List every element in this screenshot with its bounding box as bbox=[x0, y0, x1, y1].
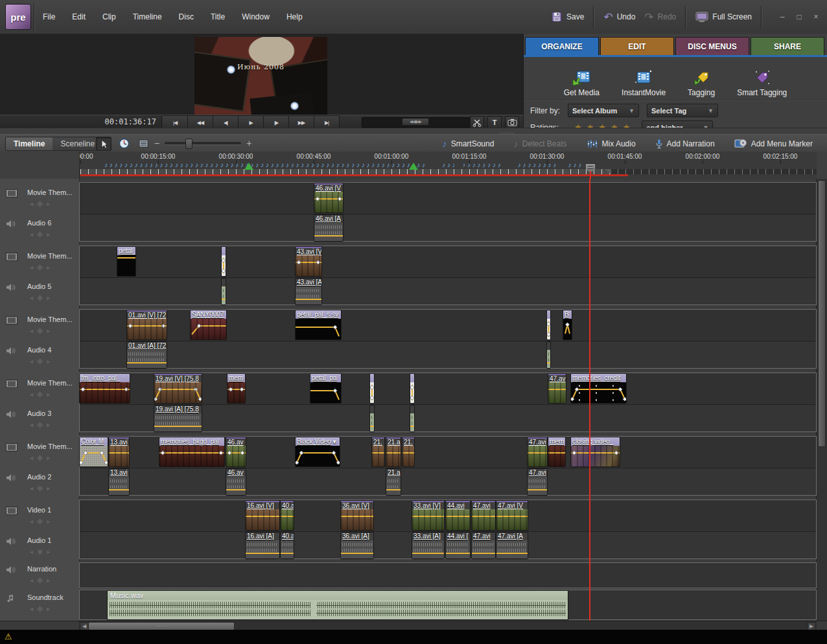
film-track-icon[interactable] bbox=[6, 189, 17, 198]
audio-clip-16-avi-A-[interactable]: 16.avi [A] bbox=[246, 533, 279, 558]
zoom-slider-thumb[interactable] bbox=[185, 139, 192, 149]
audio-clip-36-avi-A-[interactable]: 36.avi [A] bbox=[341, 533, 373, 558]
video-track-lane[interactable]: 16.avi [V]40.a36.avi [V]33.avi [V]44.avi… bbox=[80, 500, 816, 531]
zoom-out-button[interactable]: − bbox=[154, 138, 159, 148]
tab-organize[interactable]: ORGANIZE bbox=[525, 37, 599, 55]
smart-tagging-button[interactable]: Smart Tagging bbox=[737, 69, 787, 97]
clip-40-a[interactable]: 40.a bbox=[281, 501, 294, 530]
soundtrack-lane[interactable]: Music.wav bbox=[79, 590, 817, 620]
film-track-icon[interactable] bbox=[6, 507, 17, 516]
track-header-movie-them-[interactable]: Movie Them...◂◆▸ bbox=[0, 378, 79, 404]
clip-33-avi-V-[interactable]: 33.avi [V] bbox=[412, 501, 444, 530]
clip-petal-pa[interactable]: petal_pa bbox=[310, 374, 341, 403]
instant-movie-button[interactable]: InstantMovie bbox=[622, 69, 666, 97]
clip-47-avi-V[interactable]: 47.avi [V bbox=[496, 501, 528, 530]
speaker-icon[interactable] bbox=[6, 537, 17, 546]
view-tab-timeline[interactable]: Timeline bbox=[6, 137, 52, 150]
track-header-movie-them-[interactable]: Movie Them...◂◆▸ bbox=[0, 314, 79, 340]
keyframe-navigator[interactable]: ◂◆▸ bbox=[30, 293, 54, 302]
vertical-scrollbar[interactable] bbox=[816, 179, 827, 621]
audio-track-lane[interactable]: 43.avi [A bbox=[80, 277, 816, 305]
audio-clip-small[interactable] bbox=[222, 279, 226, 305]
track-header-movie-them-[interactable]: Movie Them...◂◆▸ bbox=[0, 441, 79, 467]
tab-share[interactable]: SHARE bbox=[751, 37, 824, 55]
keyframe-navigator[interactable]: ◂◆▸ bbox=[30, 483, 54, 492]
redo-button[interactable]: ↷ Redo bbox=[644, 12, 676, 23]
speaker-icon[interactable] bbox=[6, 347, 17, 356]
clip-21-[interactable]: 21. bbox=[402, 437, 414, 466]
track-header-audio-6[interactable]: Audio 6◂◆▸ bbox=[0, 218, 79, 241]
clip-44-avi[interactable]: 44.avi bbox=[446, 501, 470, 530]
chevron-down-icon[interactable]: ▾ bbox=[331, 438, 336, 445]
clip-fm-intro-pal-[interactable]: fm_intro_pal_ bbox=[80, 374, 130, 403]
clip-SANY0007[interactable]: SANY0007 bbox=[191, 310, 226, 339]
clip-47-av[interactable]: 47.av bbox=[548, 374, 566, 403]
audio-clip-13-avi[interactable]: 13.avi bbox=[109, 469, 129, 495]
properties-button[interactable] bbox=[136, 137, 150, 150]
tab-disc-menus[interactable]: DISC MENUS bbox=[675, 37, 749, 55]
audio-track-lane[interactable]: 13.avi46.av21.a47.avi bbox=[80, 468, 816, 495]
speaker-icon[interactable] bbox=[6, 220, 17, 229]
audio-track-lane[interactable]: 16.avi [A]40.a36.avi [A]33.avi [A]44.avi… bbox=[80, 531, 816, 558]
audio-clip-46-av[interactable]: 46.av bbox=[226, 469, 246, 495]
work-area-bar[interactable] bbox=[80, 169, 610, 174]
clip-memories-credit[interactable]: memories_credit bbox=[571, 374, 626, 403]
get-media-button[interactable]: Get Media bbox=[564, 69, 600, 97]
save-button[interactable]: Save bbox=[551, 11, 584, 23]
select-tag-dropdown[interactable]: Select Tag ▼ bbox=[647, 104, 718, 117]
audio-clip-40-a[interactable]: 40.a bbox=[281, 533, 294, 558]
film-track-icon[interactable] bbox=[6, 316, 17, 325]
clip-36-avi-V-[interactable]: 36.avi [V] bbox=[341, 501, 373, 530]
clip-small[interactable] bbox=[547, 310, 550, 339]
clip-47-avi[interactable]: 47.avi bbox=[472, 501, 495, 530]
clip-small[interactable] bbox=[370, 374, 374, 403]
keyframe-navigator[interactable]: ◂◆▸ bbox=[30, 356, 54, 365]
shuttle-slider[interactable]: ◀◀ ▶▶ bbox=[362, 117, 471, 128]
audio-track-lane[interactable]: 19.avi [A] [75.8 bbox=[80, 404, 816, 431]
undo-button[interactable]: ↶ Undo bbox=[603, 12, 635, 23]
keyframe-navigator[interactable]: ◂◆▸ bbox=[30, 229, 54, 238]
ruler-scale[interactable]: ♪ ♪ ♪ ♪ ♪ ♪ ♪ ♪ ♪ ♪ ♪ ♪ ♪ ♪ ♪ ♪ ♪ ♪ ♪ ♪ … bbox=[79, 152, 817, 179]
audio-clip-21-a[interactable]: 21.a bbox=[386, 469, 401, 495]
fullscreen-button[interactable]: Full Screen bbox=[695, 12, 752, 22]
clip-21-a[interactable]: 21.a bbox=[386, 437, 401, 466]
zoom-slider[interactable] bbox=[165, 142, 241, 145]
track-header-audio-2[interactable]: Audio 2◂◆▸ bbox=[0, 472, 79, 495]
audio-track-lane[interactable]: 01.avi [A] [72 bbox=[80, 341, 816, 368]
playhead-line[interactable] bbox=[589, 179, 590, 621]
track-header-audio-4[interactable]: Audio 4◂◆▸ bbox=[0, 345, 79, 368]
film-track-icon[interactable] bbox=[6, 380, 17, 389]
menu-edit[interactable]: Edit bbox=[72, 12, 86, 21]
video-track-lane[interactable]: fm_intro_pal_19.avi [V] [75.8mempetal_pa… bbox=[80, 373, 816, 404]
clip-mem[interactable]: mem bbox=[548, 437, 565, 466]
keyframe-navigator[interactable]: ◂◆▸ bbox=[30, 516, 54, 525]
timecode-display[interactable]: 00:01:36:17 bbox=[0, 115, 162, 128]
keyframe-navigator[interactable]: ◂◆▸ bbox=[30, 420, 54, 429]
tab-edit[interactable]: EDIT bbox=[600, 37, 674, 55]
speaker-icon[interactable] bbox=[6, 410, 17, 419]
music-note-icon[interactable] bbox=[6, 594, 17, 603]
clip-46-av[interactable]: 46.av bbox=[226, 437, 246, 466]
add-menu-marker-button[interactable]: Add Menu Marker bbox=[734, 139, 813, 148]
audio-clip-43-avi-A[interactable]: 43.avi [A bbox=[296, 279, 321, 305]
clip-47-avi[interactable]: 47.avi bbox=[528, 437, 547, 466]
film-track-icon[interactable] bbox=[6, 253, 17, 262]
audio-clip-46-avi-A[interactable]: 46.avi [A bbox=[314, 215, 343, 241]
clip-16-avi-V-[interactable]: 16.avi [V] bbox=[246, 501, 279, 530]
audio-clip-47-avi[interactable]: 47.avi bbox=[528, 469, 547, 495]
audio-track-lane[interactable]: 46.avi [A bbox=[80, 214, 816, 241]
tagging-button[interactable]: Tagging bbox=[688, 69, 715, 97]
audio-clip-small[interactable] bbox=[370, 406, 374, 431]
menu-title[interactable]: Title bbox=[211, 12, 225, 21]
keyframe-navigator[interactable]: ◂◆▸ bbox=[30, 326, 54, 335]
detect-beats-button[interactable]: ♪Detect Beats bbox=[513, 139, 566, 149]
clip-46-avi-V[interactable]: 46.avi [V bbox=[314, 183, 343, 213]
menu-timeline[interactable]: Timeline bbox=[133, 12, 162, 21]
menu-marker-icon[interactable] bbox=[244, 163, 253, 170]
title-handle-icon[interactable] bbox=[290, 102, 299, 110]
video-track-lane[interactable]: petal_43.avi [V bbox=[80, 246, 816, 277]
clip-19-avi-V-75-8[interactable]: 19.avi [V] [75.8 bbox=[154, 374, 202, 403]
clip-petal-[interactable]: petal_ bbox=[117, 247, 135, 276]
clip-Color-M[interactable]: Color M bbox=[80, 437, 108, 466]
track-header-audio-1[interactable]: Audio 1◂◆▸ bbox=[0, 535, 79, 558]
